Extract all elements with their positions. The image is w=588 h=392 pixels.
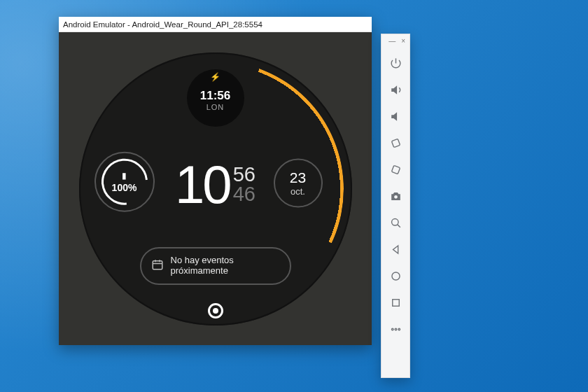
clock-second: 46	[233, 184, 255, 204]
complication-calendar[interactable]: No hay eventos próximamente	[140, 247, 291, 285]
power-icon	[389, 57, 402, 70]
charging-icon: ⚡	[210, 72, 220, 82]
complication-world-time[interactable]: ⚡ 11:56 LON	[187, 69, 244, 127]
clock-hour: 10	[175, 158, 230, 211]
rotate-left-button[interactable]	[382, 130, 410, 156]
toolbar-close-button[interactable]: ×	[401, 37, 405, 47]
watchface: ⚡ 11:56 LON 10 56 46 ▮ 100% 23 oct.	[79, 52, 352, 326]
rotate-left-icon	[389, 136, 402, 150]
svg-point-7	[391, 218, 398, 225]
back-button[interactable]	[382, 236, 410, 262]
svg-point-13	[398, 328, 400, 330]
volume-down-button[interactable]	[382, 103, 410, 130]
home-indicator-icon[interactable]	[208, 303, 223, 318]
home-button[interactable]	[382, 262, 410, 289]
home-icon	[389, 270, 402, 283]
world-time-city: LON	[206, 103, 225, 111]
svg-point-9	[391, 272, 399, 279]
calendar-icon	[151, 258, 164, 274]
volume-up-icon	[389, 83, 402, 97]
complication-battery[interactable]: ▮ 100%	[94, 151, 155, 211]
window-titlebar[interactable]: Android Emulator - Android_Wear_Round_AP…	[59, 17, 372, 32]
complication-date[interactable]: 23 oct.	[274, 158, 323, 207]
emulator-window: Android Emulator - Android_Wear_Round_AP…	[59, 17, 372, 345]
svg-rect-5	[391, 165, 400, 174]
emulator-screen[interactable]: ⚡ 11:56 LON 10 56 46 ▮ 100% 23 oct.	[59, 32, 372, 345]
more-icon	[389, 323, 402, 336]
svg-rect-4	[391, 139, 400, 147]
toolbar-window-controls: — ×	[382, 37, 410, 50]
rotate-right-button[interactable]	[382, 156, 410, 183]
svg-point-6	[394, 195, 398, 198]
screenshot-button[interactable]	[382, 183, 410, 209]
window-title: Android Emulator - Android_Wear_Round_AP…	[63, 20, 262, 29]
svg-rect-10	[392, 299, 399, 306]
svg-rect-0	[153, 260, 162, 269]
rotate-right-icon	[389, 163, 402, 176]
toolbar-minimize-button[interactable]: —	[388, 37, 396, 47]
battery-icon: ▮	[122, 170, 127, 180]
volume-up-button[interactable]	[382, 76, 410, 103]
volume-down-icon	[389, 110, 402, 123]
zoom-icon	[389, 216, 402, 230]
overview-button[interactable]	[382, 289, 410, 316]
emulator-toolbar: — ×	[381, 34, 410, 378]
camera-icon	[389, 190, 402, 203]
date-month: oct.	[290, 186, 305, 197]
main-clock: 10 56 46	[175, 158, 255, 211]
svg-point-11	[391, 328, 393, 330]
svg-line-8	[397, 224, 400, 227]
calendar-text: No hay eventos próximamente	[171, 255, 234, 276]
zoom-button[interactable]	[382, 209, 410, 236]
back-icon	[389, 243, 402, 256]
date-day: 23	[290, 169, 306, 186]
svg-point-12	[395, 328, 397, 330]
more-button[interactable]	[382, 316, 410, 342]
overview-icon	[389, 296, 402, 309]
battery-percent: 100%	[112, 181, 137, 192]
world-time-value: 11:56	[200, 89, 230, 103]
clock-minute: 56	[233, 165, 255, 185]
power-button[interactable]	[382, 50, 410, 76]
